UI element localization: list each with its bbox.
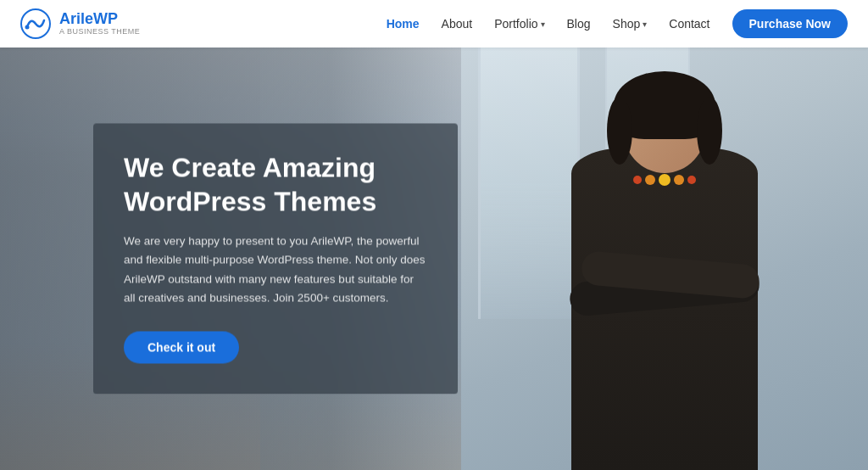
nav-item-shop[interactable]: Shop ▾: [604, 12, 656, 36]
hero-title: We Create Amazing WordPress Themes: [124, 150, 427, 218]
svg-point-1: [25, 25, 30, 30]
portfolio-dropdown-arrow: ▾: [541, 20, 545, 29]
logo[interactable]: ArileWP A Business Theme: [20, 8, 140, 39]
nav-item-about[interactable]: About: [433, 12, 481, 36]
head: [622, 80, 707, 173]
hero-description: We are very happy to present to you Aril…: [124, 232, 427, 307]
nav-item-contact[interactable]: Contact: [660, 12, 718, 36]
check-it-out-button[interactable]: Check it out: [124, 332, 239, 364]
logo-title: ArileWP: [59, 11, 140, 28]
nav-item-portfolio[interactable]: Portfolio ▾: [486, 12, 553, 36]
site-header: ArileWP A Business Theme Home About Port…: [0, 0, 868, 48]
necklace: [633, 174, 696, 186]
nav-item-blog[interactable]: Blog: [559, 12, 599, 36]
logo-text: ArileWP A Business Theme: [59, 11, 140, 36]
logo-icon: [20, 8, 51, 39]
hero-section: We Create Amazing WordPress Themes We ar…: [0, 48, 868, 470]
nav-item-home[interactable]: Home: [378, 12, 428, 36]
hero-image-area: [461, 48, 868, 470]
hair-side-right: [697, 97, 722, 165]
hero-card: We Create Amazing WordPress Themes We ar…: [93, 123, 458, 394]
purchase-now-button[interactable]: Purchase Now: [732, 9, 848, 38]
hair-side-left: [607, 97, 632, 165]
shop-dropdown-arrow: ▾: [643, 20, 647, 29]
logo-subtitle: A Business Theme: [59, 28, 140, 36]
main-nav: Home About Portfolio ▾ Blog Shop ▾ Conta…: [378, 9, 848, 38]
person-silhouette: [546, 80, 783, 470]
